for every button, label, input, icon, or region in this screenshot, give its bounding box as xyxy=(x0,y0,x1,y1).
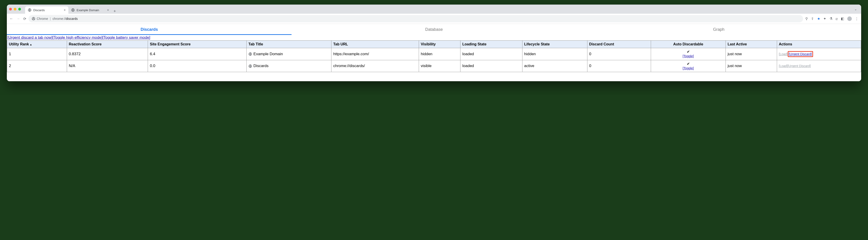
cell-engagement: 6.4 xyxy=(148,48,246,60)
discards-table: Utility Rank Reactivation Score Site Eng… xyxy=(7,40,861,72)
cell-visibility: visible xyxy=(419,60,460,72)
extensions-icon[interactable]: ✦ xyxy=(823,17,826,21)
urgent-discard-link[interactable]: [Urgent Discard] xyxy=(789,52,812,56)
cell-actions: [Load][Urgent Discard] xyxy=(777,48,861,60)
profile-avatar[interactable] xyxy=(847,17,852,21)
col-loading-state[interactable]: Loading State xyxy=(460,40,522,48)
toolbar-right: ⚲ ⇪ ★ ✦ ⚗ ⎚ ◧ ⋮ xyxy=(805,17,859,21)
reload-button[interactable]: ⟳ xyxy=(23,17,26,21)
page-tabs: Discards Database Graph xyxy=(7,24,861,35)
separator: | xyxy=(50,17,51,21)
tab-discards[interactable]: Discards xyxy=(7,24,291,35)
cell-discard-count: 0 xyxy=(587,60,651,72)
cell-lifecycle: active xyxy=(522,60,587,72)
site-chip-label: Chrome xyxy=(37,17,48,21)
table-row: 10.83726.4Example Domainhttps://example.… xyxy=(7,48,861,60)
col-lifecycle-state[interactable]: Lifecycle State xyxy=(522,40,587,48)
col-reactivation-score[interactable]: Reactivation Score xyxy=(67,40,148,48)
close-window-button[interactable] xyxy=(9,8,12,10)
globe-icon xyxy=(71,8,75,12)
cell-reactivation: 0.8372 xyxy=(67,48,148,60)
tab-graph[interactable]: Graph xyxy=(577,24,861,35)
cell-engagement: 0.0 xyxy=(148,60,246,72)
load-link: [Load] xyxy=(779,64,788,68)
load-link: [Load] xyxy=(779,52,788,56)
nav-buttons: ← → ⟳ xyxy=(9,17,26,21)
urgent-discard-link: [Urgent Discard] xyxy=(788,64,811,68)
col-tab-url[interactable]: Tab URL xyxy=(331,40,419,48)
cell-discard-count: 0 xyxy=(587,48,651,60)
minimize-window-button[interactable] xyxy=(14,8,17,10)
toggle-high-efficiency-link[interactable]: [Toggle high efficiency mode] xyxy=(53,35,102,40)
cell-url: chrome://discards/ xyxy=(331,60,419,72)
col-visibility[interactable]: Visibility xyxy=(419,40,460,48)
forward-button[interactable]: → xyxy=(17,17,20,21)
toggle-auto-discardable-link[interactable]: [Toggle] xyxy=(683,54,694,58)
toggle-auto-discardable-link[interactable]: [Toggle] xyxy=(683,66,694,70)
cell-title: Discards xyxy=(246,60,331,72)
maximize-window-button[interactable] xyxy=(18,8,21,10)
close-tab-icon[interactable]: × xyxy=(64,8,66,12)
tab-title: Example Domain xyxy=(76,8,99,12)
cell-last-active: just now xyxy=(725,48,777,60)
tab-strip: Discards × Example Domain × + xyxy=(25,5,118,14)
labs-icon[interactable]: ⚗ xyxy=(830,17,832,21)
col-actions[interactable]: Actions xyxy=(777,40,861,48)
col-last-active[interactable]: Last Active xyxy=(725,40,777,48)
cast-icon[interactable]: ⎚ xyxy=(836,17,838,21)
cell-visibility: hidden xyxy=(419,48,460,60)
toggle-battery-saver-link[interactable]: [Toggle battery saver mode] xyxy=(102,35,150,40)
address-bar[interactable]: Chrome | chrome://discards xyxy=(29,15,803,22)
globe-icon xyxy=(28,8,31,12)
window-controls xyxy=(9,8,21,10)
cell-auto-discardable: ✔ [Toggle] xyxy=(651,60,725,72)
svg-point-3 xyxy=(33,18,34,20)
globe-icon xyxy=(248,64,252,68)
cell-url: https://example.com/ xyxy=(331,48,419,60)
cell-last-active: just now xyxy=(725,60,777,72)
cell-loading: loaded xyxy=(460,60,522,72)
cell-reactivation: N/A xyxy=(67,60,148,72)
cell-rank: 1 xyxy=(7,48,67,60)
urgent-discard-now-link[interactable]: [Urgent discard a tab now] xyxy=(7,35,53,40)
col-utility-rank[interactable]: Utility Rank xyxy=(7,40,67,48)
table-row: 2N/A0.0Discardschrome://discards/visible… xyxy=(7,60,861,72)
check-icon: ✔ xyxy=(653,62,724,66)
new-tab-button[interactable]: + xyxy=(112,9,118,14)
tab-database[interactable]: Database xyxy=(291,24,576,35)
col-tab-title[interactable]: Tab Title xyxy=(246,40,331,48)
collapse-chevron-icon[interactable]: ⌄ xyxy=(852,7,859,11)
browser-window: Discards × Example Domain × + ⌄ ← → ⟳ Ch… xyxy=(7,5,861,81)
menu-icon[interactable]: ⋮ xyxy=(855,17,859,21)
sidepanel-icon[interactable]: ◧ xyxy=(841,17,844,21)
tab-title: Discards xyxy=(33,8,45,12)
chrome-icon xyxy=(32,17,35,21)
url-text: chrome://discards xyxy=(53,17,78,21)
toolbar: ← → ⟳ Chrome | chrome://discards ⚲ ⇪ ★ ✦… xyxy=(7,14,861,24)
cell-rank: 2 xyxy=(7,60,67,72)
back-button[interactable]: ← xyxy=(9,17,13,21)
site-chip: Chrome xyxy=(32,17,48,21)
share-icon[interactable]: ⇪ xyxy=(811,17,814,21)
check-icon: ✔ xyxy=(653,50,724,54)
cell-lifecycle: hidden xyxy=(522,48,587,60)
table-header-row: Utility Rank Reactivation Score Site Eng… xyxy=(7,40,861,48)
close-tab-icon[interactable]: × xyxy=(107,8,109,12)
titlebar: Discards × Example Domain × + ⌄ xyxy=(7,5,861,14)
col-auto-discardable[interactable]: Auto Discardable xyxy=(651,40,725,48)
bookmark-star-icon[interactable]: ★ xyxy=(817,17,820,21)
globe-icon xyxy=(248,52,252,56)
col-discard-count[interactable]: Discard Count xyxy=(587,40,651,48)
highlight-box: [Urgent Discard] xyxy=(788,51,813,57)
cell-title: Example Domain xyxy=(246,48,331,60)
browser-tab-example[interactable]: Example Domain × xyxy=(68,6,112,14)
zoom-icon[interactable]: ⚲ xyxy=(805,17,808,21)
cell-loading: loaded xyxy=(460,48,522,60)
cell-actions: [Load][Urgent Discard] xyxy=(777,60,861,72)
cell-auto-discardable: ✔ [Toggle] xyxy=(651,48,725,60)
page-content: Discards Database Graph [Urgent discard … xyxy=(7,24,861,81)
top-action-links: [Urgent discard a tab now][Toggle high e… xyxy=(7,35,861,40)
browser-tab-discards[interactable]: Discards × xyxy=(25,6,68,14)
col-site-engagement[interactable]: Site Engagement Score xyxy=(148,40,246,48)
